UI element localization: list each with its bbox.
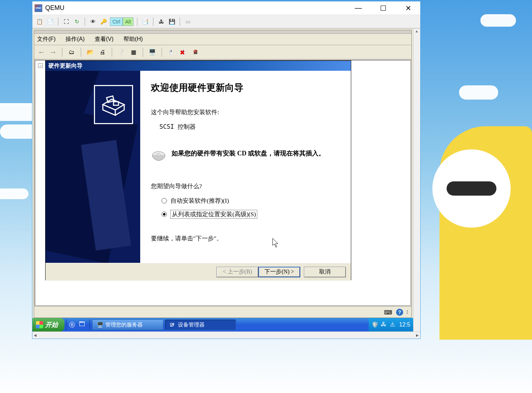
radio-list-label: 从列表或指定位置安装(高级)(S) <box>170 210 257 219</box>
toolbar-separator <box>62 48 62 57</box>
toolbar-separator <box>153 17 153 26</box>
mmc-toolbar: ← → 🗂 📂 🖨 ❔ ▦ 🖥️ 🖱️ 🖱️✖ 🖥⊘ <box>34 45 411 59</box>
radio-auto-install[interactable]: 自动安装软件(推荐)(I) <box>162 197 337 205</box>
new-connection-icon[interactable]: 📋 <box>35 17 44 26</box>
toolbar-separator <box>112 48 112 57</box>
cancel-button[interactable]: 取消 <box>304 267 346 277</box>
minimize-button[interactable]: — <box>351 3 365 13</box>
network-icon[interactable]: 🖧 <box>381 321 388 328</box>
guest-display-area: 文件(F) 操作(A) 查看(V) 帮助(H) ← → 🗂 📂 🖨 ❔ ▦ <box>32 28 420 339</box>
disable-icon[interactable]: 🖱️✖ <box>179 48 188 57</box>
toolbar-separator <box>180 17 180 26</box>
uninstall-icon[interactable]: 🖥⊘ <box>191 48 200 57</box>
ctrl-toggle-button[interactable]: Ctrl <box>110 17 123 26</box>
maximize-button[interactable]: ☐ <box>376 3 390 13</box>
send-cad-icon[interactable]: 👁 <box>89 17 97 26</box>
resize-grip-icon[interactable] <box>407 310 408 314</box>
toolbar-separator <box>162 48 162 57</box>
taskbar-item-label: 设备管理器 <box>178 322 205 328</box>
security-shield-icon[interactable]: 🛡️ <box>372 321 379 328</box>
help-button-icon[interactable]: ? <box>396 309 403 316</box>
wizard-continue-text: 要继续，请单击"下一步"。 <box>151 234 337 243</box>
horizontal-scrollbar[interactable] <box>32 331 420 339</box>
hardware-update-wizard-dialog: 硬件更新向导 <box>45 60 351 280</box>
device-manager-window: 文件(F) 操作(A) 查看(V) 帮助(H) ← → 🗂 📂 🖨 ❔ ▦ <box>34 30 412 318</box>
taskbar-clock[interactable]: 12:5 <box>399 322 410 328</box>
start-button[interactable]: 开始 <box>32 318 64 331</box>
quicklaunch-desktop-icon[interactable]: 🗔 <box>79 321 87 329</box>
alert-icon[interactable]: ⚠ <box>390 321 397 328</box>
scan-hardware-icon[interactable]: 🖥️ <box>148 48 157 57</box>
wizard-content: 欢迎使用硬件更新向导 这个向导帮助您安装软件: SCSI 控制器 如果您的硬件带… <box>140 71 351 263</box>
next-button[interactable]: 下一步(N) > <box>258 267 300 277</box>
taskbar-item-label: 管理您的服务器 <box>105 322 143 328</box>
save-icon[interactable]: 💾 <box>168 17 176 26</box>
toolbar-separator <box>143 48 143 57</box>
toolbar-separator <box>81 48 81 57</box>
refresh-icon[interactable]: ↻ <box>73 17 81 26</box>
radio-icon[interactable] <box>162 198 167 203</box>
windows-key-icon[interactable]: 🔑 <box>99 17 108 26</box>
cd-icon <box>151 149 167 164</box>
properties-icon[interactable]: 📂 <box>86 48 95 57</box>
server-manager-icon: 🖥️ <box>97 322 103 328</box>
menu-file[interactable]: 文件(F) <box>37 36 56 43</box>
nav-forward-icon: → <box>49 48 57 57</box>
radio-list-install[interactable]: 从列表或指定位置安装(高级)(S) <box>162 210 337 219</box>
wizard-device-name: SCSI 控制器 <box>159 123 337 131</box>
menu-view[interactable]: 查看(V) <box>95 36 114 43</box>
alt-toggle-button[interactable]: Alt <box>123 17 133 26</box>
vnc-app-icon: VNC <box>35 4 42 12</box>
windows-taskbar: 开始 ⓔ 🗔 🖥️ 管理您的服务器 🖳 设备管理器 🛡️ 🖧 ⚠ <box>32 318 413 331</box>
keyboard-indicator-icon[interactable]: ⌨ <box>384 309 393 315</box>
help-icon[interactable]: ❔ <box>117 48 126 57</box>
wizard-footer: < 上一步(B) 下一步(N) > 取消 <box>46 263 351 281</box>
cloud-decoration <box>0 188 28 199</box>
wizard-titlebar[interactable]: 硬件更新向导 <box>46 61 351 71</box>
toolbar-separator <box>58 17 58 26</box>
scale-icon[interactable]: ▭ <box>184 17 192 26</box>
cloud-decoration <box>459 85 498 100</box>
mmc-menubar: 文件(F) 操作(A) 查看(V) 帮助(H) <box>34 34 411 45</box>
mmc-statusbar: ⌨ ? <box>34 306 411 318</box>
copy-icon[interactable]: 📑 <box>141 17 149 26</box>
print-icon[interactable]: 🖨 <box>98 48 107 57</box>
menu-help[interactable]: 帮助(H) <box>123 36 143 43</box>
mmc-tree-area[interactable]: − 硬件更新向导 <box>35 60 411 306</box>
vnc-window: VNC QEMU — ☐ ✕ 📋 📄 ⛶ ↻ 👁 🔑 Ctrl Alt 📑 🖧 … <box>32 1 421 339</box>
tree-expand-toggle[interactable]: − <box>38 63 43 68</box>
radio-icon[interactable] <box>162 212 167 217</box>
wizard-heading: 欢迎使用硬件更新向导 <box>151 81 337 94</box>
quicklaunch-ie-icon[interactable]: ⓔ <box>69 321 77 329</box>
save-connection-icon[interactable]: 📄 <box>46 17 54 26</box>
show-hide-tree-icon[interactable]: 🗂 <box>67 48 76 57</box>
enable-icon[interactable]: 🖱️ <box>167 48 175 57</box>
mmc-title-strip <box>34 30 411 34</box>
system-tray: 🛡️ 🖧 ⚠ 12:5 <box>369 318 413 331</box>
view-icon[interactable]: ▦ <box>129 48 138 57</box>
nav-back-icon[interactable]: ← <box>38 48 46 57</box>
wizard-device-icon <box>94 85 133 124</box>
vertical-scrollbar[interactable] <box>413 28 420 331</box>
wizard-sidebar-graphic <box>46 71 140 263</box>
radio-auto-label: 自动安装软件(推荐)(I) <box>170 197 229 205</box>
start-label: 开始 <box>45 320 58 329</box>
back-button: < 上一步(B) <box>216 267 258 277</box>
cloud-decoration <box>480 14 516 27</box>
windows-logo-icon <box>36 321 43 328</box>
menu-action[interactable]: 操作(A) <box>65 36 84 43</box>
vnc-toolbar: 📋 📄 ⛶ ↻ 👁 🔑 Ctrl Alt 📑 🖧 💾 ▭ <box>32 15 420 28</box>
taskbar-item-device-manager[interactable]: 🖳 设备管理器 <box>165 319 236 330</box>
fullscreen-icon[interactable]: ⛶ <box>62 17 70 26</box>
toolbar-separator <box>137 17 137 26</box>
vnc-window-title: QEMU <box>45 4 64 12</box>
wizard-cd-hint: 如果您的硬件带有安装 CD 或软盘，请现在将其插入。 <box>172 149 325 158</box>
taskbar-item-server-manager[interactable]: 🖥️ 管理您的服务器 <box>92 319 163 330</box>
wallpaper-figure <box>447 181 496 196</box>
wizard-question: 您期望向导做什么? <box>151 182 337 190</box>
vnc-titlebar[interactable]: VNC QEMU — ☐ ✕ <box>32 1 420 15</box>
device-manager-icon: 🖳 <box>169 322 176 328</box>
close-button[interactable]: ✕ <box>401 3 415 13</box>
toolbar-separator <box>85 17 85 26</box>
transfer-icon[interactable]: 🖧 <box>157 17 165 26</box>
